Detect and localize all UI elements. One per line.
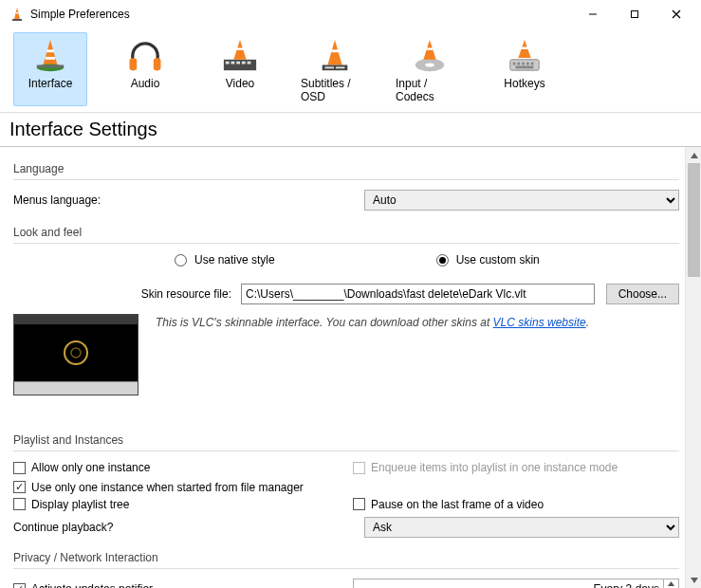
choose-button[interactable]: Choose...	[606, 284, 679, 304]
svg-rect-13	[154, 58, 161, 70]
svg-rect-14	[224, 60, 256, 70]
maximize-button[interactable]	[614, 0, 655, 28]
svg-marker-44	[691, 153, 698, 158]
tab-label: Input / Codecs	[396, 77, 464, 103]
tab-label: Video	[226, 77, 254, 90]
svg-point-40	[65, 341, 87, 364]
updates-frequency-value: Every 3 days	[354, 579, 663, 588]
tab-label: Interface	[28, 77, 73, 90]
divider	[13, 179, 679, 180]
cone-icon	[29, 37, 71, 75]
tab-video[interactable]: Video	[203, 32, 277, 106]
svg-rect-34	[513, 63, 516, 65]
close-button[interactable]	[655, 0, 697, 28]
continue-label: Continue playback?	[13, 521, 364, 534]
skin-note: This is VLC's skinnable interface. You c…	[156, 314, 679, 395]
svg-rect-25	[325, 66, 335, 68]
svg-rect-39	[516, 65, 534, 68]
check-label: Use only one instance when started from …	[31, 481, 304, 494]
vertical-scrollbar[interactable]	[685, 147, 701, 588]
menus-language-label: Menus language:	[13, 193, 364, 207]
checkbox-icon	[353, 498, 365, 510]
note-pre: This is VLC's skinnable interface. You c…	[156, 316, 493, 329]
svg-rect-23	[331, 49, 339, 52]
svg-point-41	[71, 348, 81, 358]
svg-point-28	[425, 63, 434, 66]
tab-hotkeys[interactable]: Hotkeys	[488, 32, 562, 106]
check-label: Pause on the last frame of a video	[371, 498, 544, 511]
check-label: Display playlist tree	[31, 498, 129, 511]
check-fm-instance[interactable]: Use only one instance when started from …	[13, 481, 304, 494]
skin-file-label: Skin resource file:	[13, 287, 241, 301]
skins-website-link[interactable]: VLC skins website	[493, 316, 586, 329]
divider	[13, 450, 679, 451]
cone-disc-icon	[409, 37, 451, 75]
tab-label: Hotkeys	[504, 77, 544, 90]
svg-rect-11	[37, 65, 65, 68]
svg-rect-38	[531, 63, 534, 65]
window-title: Simple Preferences	[30, 8, 130, 21]
note-post: .	[586, 316, 589, 329]
updates-stepper[interactable]	[663, 579, 678, 588]
checkbox-icon	[13, 481, 26, 493]
svg-rect-8	[46, 49, 54, 52]
check-label: Enqueue items into playlist in one insta…	[371, 461, 618, 474]
radio-icon	[436, 254, 449, 266]
app-icon	[9, 7, 25, 22]
svg-rect-2	[12, 19, 22, 21]
tab-interface[interactable]: Interface	[13, 32, 87, 106]
group-look: Look and feel	[13, 226, 679, 239]
radio-label: Use native style	[194, 253, 275, 266]
radio-label: Use custom skin	[456, 253, 540, 266]
svg-rect-17	[236, 62, 240, 64]
checkbox-icon	[353, 462, 365, 474]
svg-rect-1	[16, 12, 19, 13]
page-title: Interface Settings	[0, 113, 701, 147]
chevron-up-icon	[664, 579, 678, 588]
tab-subtitles[interactable]: Subtitles / OSD	[298, 32, 372, 106]
svg-rect-12	[130, 58, 138, 70]
svg-rect-36	[522, 63, 525, 65]
check-updates[interactable]: Activate updates notifier	[13, 582, 153, 588]
tab-label: Audio	[131, 77, 160, 90]
check-playlist-tree[interactable]: Display playlist tree	[13, 498, 129, 511]
svg-rect-37	[526, 63, 529, 65]
tab-audio[interactable]: Audio	[108, 32, 182, 106]
check-one-instance[interactable]: Allow only one instance	[13, 461, 150, 474]
group-privacy: Privacy / Network Interaction	[13, 551, 679, 564]
tab-codecs[interactable]: Input / Codecs	[393, 32, 467, 106]
svg-rect-18	[242, 62, 246, 64]
check-pause-last[interactable]: Pause on the last frame of a video	[353, 498, 544, 511]
checkbox-icon	[13, 462, 26, 474]
headphones-icon	[124, 37, 166, 75]
settings-scroll-content: Language Menus language: Auto Look and f…	[0, 147, 685, 588]
continue-select[interactable]: Ask	[364, 517, 679, 538]
svg-rect-35	[517, 63, 520, 65]
radio-native-style[interactable]: Use native style	[175, 253, 275, 266]
svg-rect-4	[632, 11, 638, 18]
scroll-down-icon	[686, 572, 701, 588]
svg-rect-26	[336, 66, 345, 68]
svg-rect-30	[426, 47, 434, 49]
radio-icon	[175, 254, 187, 266]
minimize-button[interactable]	[572, 0, 614, 28]
divider	[13, 568, 679, 569]
cone-subtitles-icon	[314, 37, 356, 75]
group-language: Language	[13, 162, 679, 175]
checkbox-icon	[13, 498, 26, 510]
check-enqueue: Enqueue items into playlist in one insta…	[353, 461, 618, 474]
svg-rect-19	[248, 62, 251, 64]
cone-film-icon	[219, 37, 261, 75]
divider	[13, 243, 679, 244]
scroll-up-icon	[686, 147, 701, 163]
title-bar: Simple Preferences	[0, 0, 701, 28]
checkbox-icon	[13, 583, 26, 588]
menus-language-select[interactable]: Auto	[364, 190, 679, 211]
category-toolbar: Interface Audio Video Subtitles / OSD In…	[0, 28, 701, 113]
radio-custom-skin[interactable]: Use custom skin	[436, 253, 540, 266]
scrollbar-thumb[interactable]	[688, 163, 700, 277]
group-playlist: Playlist and Instances	[13, 433, 679, 447]
skin-preview-image	[13, 314, 138, 395]
svg-rect-32	[521, 47, 529, 49]
skin-file-input[interactable]	[241, 284, 595, 304]
